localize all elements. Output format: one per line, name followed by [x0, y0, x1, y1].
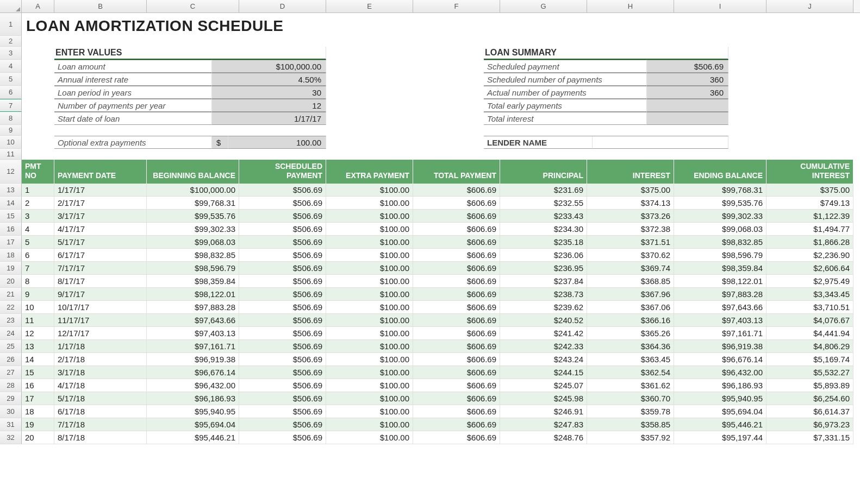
cell-pmt-no[interactable]: 4: [22, 223, 54, 236]
cell-principal[interactable]: $241.42: [500, 327, 587, 340]
cell-pmt-no[interactable]: 2: [22, 197, 54, 210]
cell-interest[interactable]: $362.54: [587, 366, 674, 379]
cell-interest[interactable]: $361.62: [587, 379, 674, 392]
cell-scheduled-payment[interactable]: $506.69: [239, 275, 326, 288]
cell-total-payment[interactable]: $606.69: [413, 301, 500, 314]
cell-beginning-balance[interactable]: $95,446.21: [147, 431, 239, 444]
cell-scheduled-payment[interactable]: $506.69: [239, 405, 326, 418]
row-header-15[interactable]: 15: [0, 210, 22, 223]
cell-cumulative-interest[interactable]: $2,236.90: [766, 249, 853, 262]
cell-scheduled-payment[interactable]: $506.69: [239, 366, 326, 379]
cell-extra-payment[interactable]: $100.00: [326, 249, 413, 262]
cell-pmt-no[interactable]: 16: [22, 379, 54, 392]
row-header-26[interactable]: 26: [0, 353, 22, 366]
cell-payment-date[interactable]: 1/17/18: [54, 340, 147, 353]
row-header-12[interactable]: 12: [0, 160, 22, 184]
cell-extra-payment[interactable]: $100.00: [326, 184, 413, 197]
cell-pmt-no[interactable]: 12: [22, 327, 54, 340]
cell-pmt-no[interactable]: 17: [22, 392, 54, 405]
row-header-18[interactable]: 18: [0, 249, 22, 262]
cell-pmt-no[interactable]: 10: [22, 301, 54, 314]
cell-pmt-no[interactable]: 3: [22, 210, 54, 223]
lender-name-value[interactable]: [593, 136, 728, 149]
cell-payment-date[interactable]: 9/17/17: [54, 288, 147, 301]
cell-total-payment[interactable]: $606.69: [413, 379, 500, 392]
cell-extra-payment[interactable]: $100.00: [326, 340, 413, 353]
cell-total-payment[interactable]: $606.69: [413, 262, 500, 275]
cell-extra-payment[interactable]: $100.00: [326, 314, 413, 327]
row-header-9[interactable]: 9: [0, 125, 22, 136]
cell-payment-date[interactable]: 8/17/17: [54, 275, 147, 288]
cell-beginning-balance[interactable]: $97,883.28: [147, 301, 239, 314]
enter-values-value[interactable]: $100,000.00: [212, 60, 326, 73]
cell-ending-balance[interactable]: $98,122.01: [674, 275, 766, 288]
cell-principal[interactable]: $245.98: [500, 392, 587, 405]
col-header-E[interactable]: E: [326, 0, 413, 12]
cell-scheduled-payment[interactable]: $506.69: [239, 210, 326, 223]
cell-ending-balance[interactable]: $98,359.84: [674, 262, 766, 275]
cell-principal[interactable]: $238.73: [500, 288, 587, 301]
cell-extra-payment[interactable]: $100.00: [326, 327, 413, 340]
cell-cumulative-interest[interactable]: $1,122.39: [766, 210, 853, 223]
cell-scheduled-payment[interactable]: $506.69: [239, 236, 326, 249]
cell-principal[interactable]: $235.18: [500, 236, 587, 249]
row-header-30[interactable]: 30: [0, 405, 22, 418]
cell-extra-payment[interactable]: $100.00: [326, 288, 413, 301]
col-header-G[interactable]: G: [500, 0, 587, 12]
cell-beginning-balance[interactable]: $98,122.01: [147, 288, 239, 301]
cell-interest[interactable]: $366.16: [587, 314, 674, 327]
cell-scheduled-payment[interactable]: $506.69: [239, 301, 326, 314]
cell-cumulative-interest[interactable]: $375.00: [766, 184, 853, 197]
row-header-14[interactable]: 14: [0, 197, 22, 210]
cell-interest[interactable]: $358.85: [587, 418, 674, 431]
cell-interest[interactable]: $372.38: [587, 223, 674, 236]
cell-payment-date[interactable]: 8/17/18: [54, 431, 147, 444]
row-header-31[interactable]: 31: [0, 418, 22, 431]
cell-total-payment[interactable]: $606.69: [413, 249, 500, 262]
cell-principal[interactable]: $245.07: [500, 379, 587, 392]
cell-scheduled-payment[interactable]: $506.69: [239, 431, 326, 444]
cell-payment-date[interactable]: 12/17/17: [54, 327, 147, 340]
row-header-4[interactable]: 4: [0, 60, 22, 73]
row-header-8[interactable]: 8: [0, 112, 22, 125]
row-header-21[interactable]: 21: [0, 288, 22, 301]
cell-cumulative-interest[interactable]: $1,866.28: [766, 236, 853, 249]
cell-pmt-no[interactable]: 9: [22, 288, 54, 301]
cell-interest[interactable]: $375.00: [587, 184, 674, 197]
cell-cumulative-interest[interactable]: $5,893.89: [766, 379, 853, 392]
cell-principal[interactable]: $248.76: [500, 431, 587, 444]
cell-cumulative-interest[interactable]: $4,076.67: [766, 314, 853, 327]
col-header-D[interactable]: D: [239, 0, 326, 12]
cell-extra-payment[interactable]: $100.00: [326, 353, 413, 366]
cell-pmt-no[interactable]: 8: [22, 275, 54, 288]
cell-ending-balance[interactable]: $95,940.95: [674, 392, 766, 405]
cell-principal[interactable]: $244.15: [500, 366, 587, 379]
cell-scheduled-payment[interactable]: $506.69: [239, 288, 326, 301]
cell-scheduled-payment[interactable]: $506.69: [239, 197, 326, 210]
cell-beginning-balance[interactable]: $97,161.71: [147, 340, 239, 353]
row-header-1[interactable]: 1: [0, 13, 22, 36]
cell-beginning-balance[interactable]: $95,694.04: [147, 418, 239, 431]
cell-interest[interactable]: $374.13: [587, 197, 674, 210]
cell-interest[interactable]: $369.74: [587, 262, 674, 275]
cell-cumulative-interest[interactable]: $2,606.64: [766, 262, 853, 275]
row-header-11[interactable]: 11: [0, 149, 22, 160]
cell-payment-date[interactable]: 7/17/17: [54, 262, 147, 275]
cell-extra-payment[interactable]: $100.00: [326, 431, 413, 444]
enter-values-value[interactable]: 30: [212, 86, 326, 99]
cell-cumulative-interest[interactable]: $5,169.74: [766, 353, 853, 366]
row-header-6[interactable]: 6: [0, 86, 22, 99]
cell-extra-payment[interactable]: $100.00: [326, 379, 413, 392]
cell-principal[interactable]: $234.30: [500, 223, 587, 236]
cell-extra-payment[interactable]: $100.00: [326, 405, 413, 418]
cell-principal[interactable]: $243.24: [500, 353, 587, 366]
cell-beginning-balance[interactable]: $98,596.79: [147, 262, 239, 275]
cell-beginning-balance[interactable]: $96,919.38: [147, 353, 239, 366]
row-header-13[interactable]: 13: [0, 184, 22, 197]
cell-extra-payment[interactable]: $100.00: [326, 275, 413, 288]
cell-pmt-no[interactable]: 13: [22, 340, 54, 353]
cell-beginning-balance[interactable]: $96,676.14: [147, 366, 239, 379]
enter-values-value[interactable]: 4.50%: [212, 73, 326, 86]
cell-interest[interactable]: $368.85: [587, 275, 674, 288]
row-header-32[interactable]: 32: [0, 431, 22, 444]
